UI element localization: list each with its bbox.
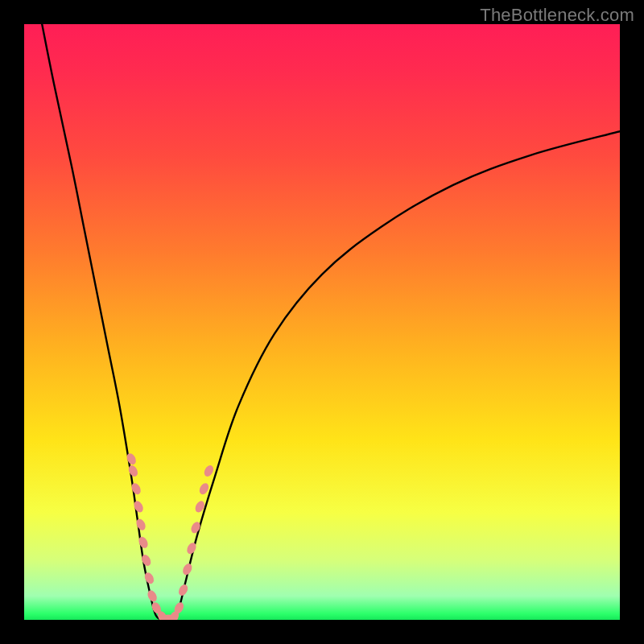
curve-left-branch: [42, 24, 161, 620]
valley-marker: [134, 518, 147, 532]
valley-marker: [137, 535, 150, 550]
plot-area: [24, 24, 620, 620]
curve-layer: [24, 24, 620, 620]
valley-marker: [146, 588, 159, 603]
valley-marker: [181, 562, 194, 576]
outer-frame: TheBottleneck.com: [0, 0, 644, 644]
valley-marker: [177, 583, 190, 597]
watermark-text: TheBottleneck.com: [480, 5, 634, 26]
curve-right-branch: [173, 131, 620, 620]
valley-marker: [202, 464, 215, 478]
